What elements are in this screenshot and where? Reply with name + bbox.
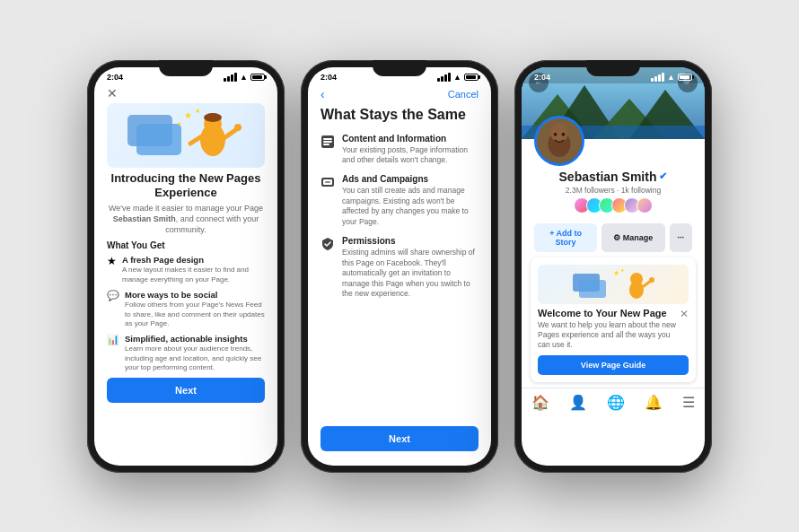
stays-item-1: Content and Information Your existing po…: [320, 134, 479, 166]
svg-point-34: [629, 281, 644, 299]
illustration-svg-1: ★ ★ ★: [123, 106, 249, 164]
next-button-1[interactable]: Next: [107, 378, 265, 403]
svg-rect-12: [323, 138, 332, 140]
phone2-bottom: Next: [308, 426, 491, 466]
view-guide-button[interactable]: View Page Guide: [538, 355, 689, 375]
screen-1: 2:04 ▲ ✕: [94, 67, 277, 466]
nav-bell[interactable]: 🔔: [645, 394, 663, 411]
followers-avatars: [534, 197, 692, 214]
phone-2: 2:04 ▲ ‹ Cancel: [301, 60, 498, 473]
feature-text-3: Simplified, actionable insights Learn mo…: [125, 334, 265, 372]
subtitle-part2: , and connect with your community.: [165, 214, 259, 234]
svg-text:★: ★: [184, 110, 192, 120]
profile-name: Sebastian Smith ✔: [534, 170, 692, 184]
svg-rect-30: [579, 280, 606, 298]
wifi-icon-3: ▲: [667, 73, 675, 82]
welcome-card-header: Welcome to Your New Page We want to help…: [538, 308, 689, 355]
add-story-button[interactable]: + Add to Story: [534, 223, 597, 252]
feature-1: ★ A fresh Page design A new layout makes…: [107, 255, 265, 284]
stays-icon-2: [320, 175, 335, 227]
notch-2: [373, 60, 426, 76]
welcome-card: ★ ★ Welcome to Your New Page We want to …: [531, 257, 696, 382]
feature-title-1: A fresh Page design: [122, 255, 265, 265]
nav-home[interactable]: 🏠: [531, 394, 549, 411]
nav-menu[interactable]: ☰: [682, 394, 695, 411]
feature-icon-1: ★: [107, 255, 117, 267]
phone1-bottom: Next: [94, 378, 277, 417]
feature-icon-3: 📊: [107, 334, 119, 345]
svg-text:★: ★: [177, 121, 181, 126]
followers-count: 2.3M followers: [566, 186, 615, 195]
feature-text-1: A fresh Page design A new layout makes i…: [122, 255, 265, 284]
phone1-subtitle: We've made it easier to manage your Page…: [107, 204, 265, 235]
section-heading-1: What You Get: [107, 240, 265, 250]
wifi-icon-2: ▲: [453, 73, 461, 82]
stays-desc-2: You can still create ads and manage camp…: [342, 186, 479, 227]
nav-globe[interactable]: 🌐: [607, 394, 625, 411]
more-button[interactable]: ···: [670, 223, 693, 252]
mini-avatar-6: [637, 197, 653, 214]
welcome-card-title: Welcome to Your New Page: [538, 308, 676, 318]
feature-3: 📊 Simplified, actionable insights Learn …: [107, 334, 265, 372]
feature-desc-1: A new layout makes it easier to find and…: [122, 266, 265, 284]
notch-3: [586, 60, 640, 76]
svg-point-7: [204, 113, 222, 122]
welcome-card-text: We want to help you learn about the new …: [538, 320, 676, 350]
battery-2: [464, 74, 479, 81]
following-count: 1k following: [621, 186, 661, 195]
cancel-button-2[interactable]: Cancel: [448, 89, 479, 100]
feature-desc-2: Follow others from your Page's News Feed…: [125, 301, 265, 328]
screen-3: 2:04 ▲: [522, 67, 705, 466]
back-button-2[interactable]: ‹: [320, 87, 325, 101]
feature-text-2: More ways to be social Follow others fro…: [125, 290, 265, 328]
wifi-icon-1: ▲: [240, 73, 248, 82]
stays-item-3: Permissions Existing admins will share o…: [320, 236, 479, 299]
signal-2: [437, 73, 451, 82]
status-icons-3: ▲: [651, 73, 692, 82]
phone-1: 2:04 ▲ ✕: [87, 60, 285, 473]
stays-desc-3: Existing admins will share ownership of …: [342, 248, 479, 299]
notch-1: [159, 60, 213, 76]
svg-rect-17: [325, 181, 330, 183]
time-2: 2:04: [320, 73, 337, 82]
svg-text:★: ★: [620, 267, 625, 273]
action-buttons: + Add to Story ⚙ Manage ···: [534, 223, 692, 252]
profile-stats: 2.3M followers · 1k following: [534, 186, 692, 195]
next-button-2[interactable]: Next: [320, 426, 479, 451]
stays-title-1: Content and Information: [342, 134, 479, 144]
stays-icon-3: [320, 237, 335, 299]
phone1-main-title: Introducing the New Pages Experience: [107, 171, 265, 202]
profile-section: Sebastian Smith ✔ 2.3M followers · 1k fo…: [522, 139, 705, 220]
svg-rect-1: [136, 124, 181, 155]
scene: 2:04 ▲ ✕: [69, 42, 730, 491]
verified-badge: ✔: [659, 170, 667, 182]
close-area: ✕: [94, 83, 277, 101]
avatar: [534, 116, 584, 166]
time-3: 2:04: [534, 73, 550, 82]
welcome-illustration: ★ ★: [538, 265, 689, 304]
feature-icon-2: 💬: [107, 290, 119, 301]
screen-2: 2:04 ▲ ‹ Cancel: [308, 67, 491, 466]
welcome-close-button[interactable]: ✕: [680, 308, 689, 320]
signal-1: [224, 73, 237, 82]
phone1-title-area: Introducing the New Pages Experience We'…: [94, 171, 277, 379]
bottom-nav: 🏠 👤 🌐 🔔 ☰: [522, 388, 705, 416]
battery-3: [678, 74, 692, 81]
welcome-card-body: Welcome to Your New Page We want to help…: [538, 308, 676, 355]
phone2-main-title: What Stays the Same: [320, 107, 479, 123]
profile-name-text: Sebastian Smith: [559, 170, 657, 184]
time-1: 2:04: [107, 73, 123, 82]
stays-text-2: Ads and Campaigns You can still create a…: [342, 174, 479, 227]
manage-button[interactable]: ⚙ Manage: [601, 223, 664, 252]
stays-desc-1: Your existing posts, Page information an…: [342, 145, 479, 166]
stays-item-2: Ads and Campaigns You can still create a…: [320, 174, 479, 227]
illustration-1: ★ ★ ★: [107, 103, 265, 168]
svg-point-27: [554, 133, 558, 136]
svg-point-28: [562, 133, 566, 136]
close-button[interactable]: ✕: [107, 86, 118, 100]
feature-desc-3: Learn more about your audience trends, i…: [125, 344, 265, 372]
nav-profile[interactable]: 👤: [569, 394, 587, 411]
status-icons-1: ▲: [224, 73, 265, 82]
svg-point-26: [550, 123, 568, 142]
phone2-nav: ‹ Cancel: [308, 83, 491, 107]
